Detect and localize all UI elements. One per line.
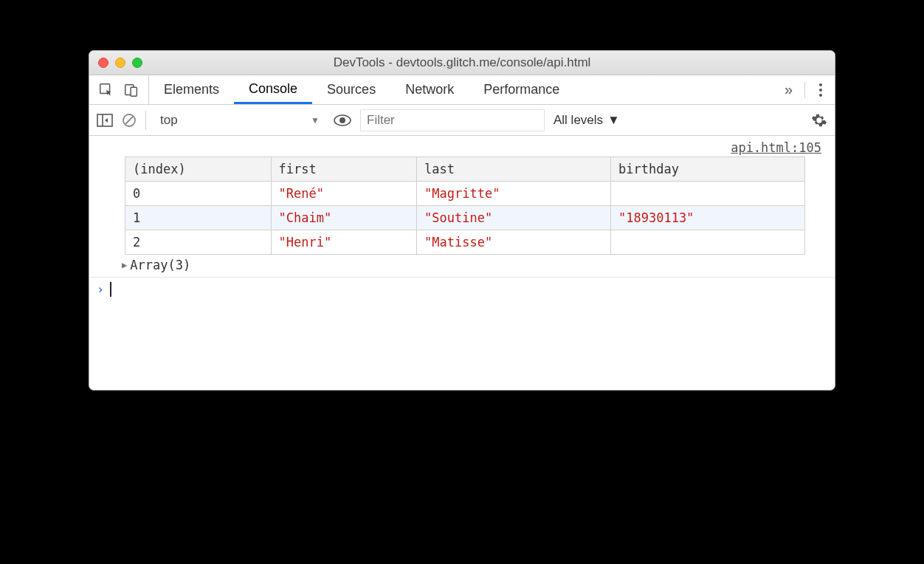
more-tabs-button[interactable]: » (785, 81, 793, 98)
table-row: 1 "Chaim" "Soutine" "18930113" (125, 206, 805, 230)
minimize-window-button[interactable] (115, 58, 125, 68)
filter-input[interactable] (360, 109, 545, 131)
svg-rect-2 (131, 87, 137, 96)
cell-index: 1 (125, 206, 272, 230)
source-link[interactable]: api.html:105 (89, 136, 835, 157)
devtools-window: DevTools - devtools.glitch.me/console/ap… (89, 50, 835, 391)
table-row: 0 "René" "Magritte" (125, 182, 805, 206)
inspect-icon[interactable] (98, 82, 114, 98)
cell-birthday (611, 230, 805, 255)
console-settings-icon[interactable] (811, 112, 827, 128)
context-selector[interactable]: top ▼ (155, 111, 325, 130)
cell-index: 2 (125, 230, 272, 255)
svg-point-9 (339, 117, 345, 123)
cell-birthday (611, 182, 805, 206)
console-toolbar: top ▼ All levels ▼ (89, 105, 835, 136)
text-cursor (110, 282, 111, 297)
tab-network[interactable]: Network (390, 75, 469, 104)
zoom-window-button[interactable] (132, 58, 142, 68)
cell-first: "Chaim" (271, 206, 417, 230)
panel-tabs: Elements Console Sources Network Perform… (89, 75, 835, 105)
device-toggle-icon[interactable] (123, 82, 139, 98)
col-index[interactable]: (index) (125, 157, 272, 182)
clear-console-icon[interactable] (122, 113, 137, 128)
col-first[interactable]: first (271, 157, 417, 182)
dropdown-icon: ▼ (311, 115, 320, 125)
object-expander[interactable]: ▶ Array(3) (89, 255, 835, 278)
cell-index: 0 (125, 182, 272, 206)
dropdown-icon: ▼ (607, 113, 620, 128)
cell-first: "Henri" (271, 230, 417, 255)
live-expression-icon[interactable] (334, 114, 351, 126)
console-output: api.html:105 (index) first last birthday… (89, 136, 835, 390)
table-row: 2 "Henri" "Matisse" (125, 230, 805, 255)
col-last[interactable]: last (417, 157, 611, 182)
col-birthday[interactable]: birthday (611, 157, 805, 182)
titlebar: DevTools - devtools.glitch.me/console/ap… (89, 51, 835, 75)
console-prompt[interactable]: › (89, 278, 835, 301)
cell-last: "Magritte" (417, 182, 611, 206)
tab-elements[interactable]: Elements (149, 75, 234, 104)
cell-first: "René" (271, 182, 417, 206)
tab-sources[interactable]: Sources (312, 75, 390, 104)
settings-menu-button[interactable] (804, 82, 823, 98)
prompt-chevron-icon: › (97, 282, 104, 297)
tab-console[interactable]: Console (234, 75, 312, 104)
expand-triangle-icon: ▶ (122, 260, 127, 270)
close-window-button[interactable] (98, 58, 108, 68)
cell-last: "Soutine" (417, 206, 611, 230)
tab-performance[interactable]: Performance (469, 75, 574, 104)
svg-point-4 (819, 89, 822, 92)
levels-label: All levels (554, 113, 603, 128)
cell-last: "Matisse" (417, 230, 611, 255)
traffic-lights (89, 58, 142, 68)
cell-birthday: "18930113" (611, 206, 805, 230)
window-title: DevTools - devtools.glitch.me/console/ap… (89, 55, 835, 70)
log-levels-selector[interactable]: All levels ▼ (554, 113, 620, 128)
console-table: (index) first last birthday 0 "René" "Ma… (125, 157, 805, 255)
sidebar-toggle-icon[interactable] (97, 114, 113, 127)
object-summary: Array(3) (130, 258, 190, 272)
svg-point-3 (819, 83, 822, 86)
context-label: top (160, 113, 178, 128)
svg-point-5 (819, 94, 822, 97)
